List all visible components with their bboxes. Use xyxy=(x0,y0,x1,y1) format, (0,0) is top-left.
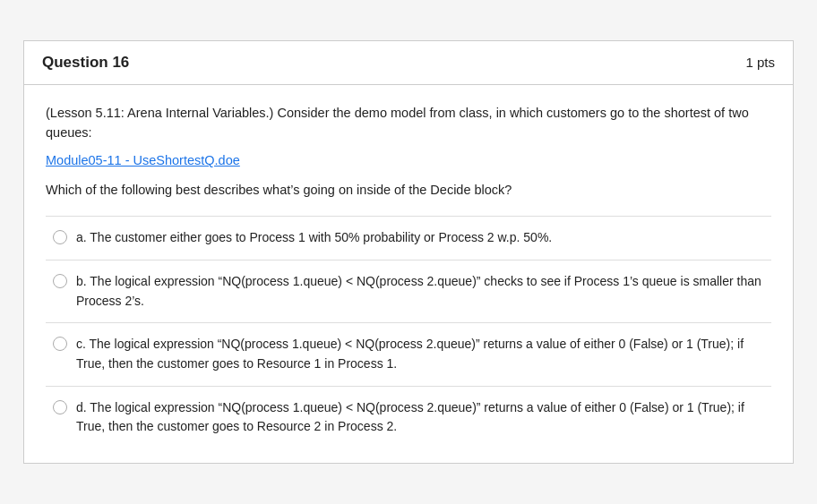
answer-text-a: a. The customer either goes to Process 1… xyxy=(76,228,552,248)
question-body: (Lesson 5.11: Arena Internal Variables.)… xyxy=(24,85,793,463)
answer-option-a[interactable]: a. The customer either goes to Process 1… xyxy=(46,217,771,261)
intro-text: (Lesson 5.11: Arena Internal Variables.)… xyxy=(46,103,771,143)
question-prompt: Which of the following best describes wh… xyxy=(46,180,771,200)
question-points: 1 pts xyxy=(745,55,775,70)
radio-d[interactable] xyxy=(53,400,67,414)
module-link[interactable]: Module05-11 - UseShortestQ.doe xyxy=(46,153,240,167)
answer-option-d[interactable]: d. The logical expression “NQ(process 1.… xyxy=(46,387,771,448)
answer-text-c: c. The logical expression “NQ(process 1.… xyxy=(76,335,764,373)
radio-a[interactable] xyxy=(53,230,67,244)
radio-c[interactable] xyxy=(53,337,67,351)
question-title: Question 16 xyxy=(42,54,129,72)
question-header: Question 16 1 pts xyxy=(24,41,793,85)
answers-section: a. The customer either goes to Process 1… xyxy=(46,216,771,448)
answer-text-d: d. The logical expression “NQ(process 1.… xyxy=(76,398,764,437)
question-card: Question 16 1 pts (Lesson 5.11: Arena In… xyxy=(23,40,794,464)
answer-option-b[interactable]: b. The logical expression “NQ(process 1.… xyxy=(46,261,771,323)
answer-text-b: b. The logical expression “NQ(process 1.… xyxy=(76,272,764,311)
answer-option-c[interactable]: c. The logical expression “NQ(process 1.… xyxy=(46,323,771,386)
radio-b[interactable] xyxy=(53,274,67,288)
